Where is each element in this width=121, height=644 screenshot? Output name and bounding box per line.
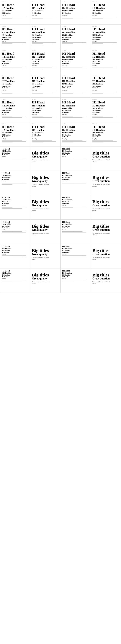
heading-5: H5 Headline (2, 38, 29, 40)
type-card-small: H1 HeadH1 HeadH2 HeadlineH3 HeadlineH4 H… (91, 24, 121, 49)
content-line (2, 183, 12, 183)
type-card-big: Big titlesGreat qualityThe spectacle bef… (30, 195, 60, 220)
content-line (32, 16, 56, 16)
type-card-small-variant: H1 HeadH2 HeadlineH3 HeadlineH4 Headline… (60, 171, 91, 195)
body-text: Body Big (2, 65, 29, 66)
heading-3: H3 Headline (62, 10, 89, 12)
card-label: H1 Head (92, 123, 119, 124)
heading-5: H5 Headline (2, 63, 29, 64)
card-label: H1 Head (32, 74, 59, 76)
heading-5: H5 Headline (92, 112, 119, 114)
big-heading-1: Big titles (92, 273, 113, 277)
content-line (92, 67, 113, 68)
card-label: H1 Head (2, 1, 29, 2)
heading-1: H1 Head (62, 221, 89, 223)
heading-2: H2 Headline (92, 56, 119, 58)
heading-3: H3 Headline (62, 226, 89, 227)
big-heading-2: Great quality (32, 253, 53, 256)
heading-2: H2 Headline (2, 174, 29, 176)
big-heading-1: Big titles (32, 248, 53, 253)
heading-4: H4 Headline (62, 203, 89, 205)
content-line (2, 208, 12, 208)
content-line (62, 232, 86, 232)
heading-1: H1 Head (2, 148, 29, 150)
content-line (2, 94, 12, 94)
heading-2: H2 Headline (32, 56, 59, 58)
card-label: H1 Head (62, 74, 89, 76)
heading-1: H1 Head (32, 125, 59, 128)
type-card-small-variant: H1 HeadH2 HeadlineH3 HeadlineH4 Headline… (60, 146, 91, 170)
heading-2: H2 Headline (2, 56, 29, 58)
heading-4: H4 Headline (92, 12, 119, 14)
content-line (2, 44, 26, 44)
content-line (32, 142, 52, 142)
content-line (92, 69, 103, 69)
heading-3: H3 Headline (32, 58, 59, 61)
body-text: Body Big (2, 254, 29, 255)
big-card-row: H1 HeadH2 HeadlineH3 HeadlineH4 Headline… (0, 268, 121, 293)
big-body-text: The spectacle before us was indeed subli… (92, 281, 113, 285)
heading-2: H2 Headline (62, 174, 89, 176)
heading-1: H1 Head (2, 100, 29, 104)
heading-2: H2 Headline (62, 7, 89, 10)
content-line (32, 68, 43, 68)
type-card-small: H1 HeadH1 HeadH2 HeadlineH3 HeadlineH4 H… (91, 98, 121, 122)
content-line (62, 68, 73, 68)
heading-1: H1 Head (32, 100, 59, 104)
card-label: H1 Head (62, 99, 89, 100)
type-card-big: Big titlesGreat qualityThe spectacle bef… (30, 244, 60, 268)
big-heading-1: Big titles (32, 224, 53, 228)
content-line (2, 68, 12, 68)
big-card-row: H1 HeadH2 HeadlineH3 HeadlineH4 Headline… (0, 146, 121, 171)
content-line (92, 142, 103, 142)
type-card-big: Big titlesGreat questionThe spectacle be… (91, 171, 121, 195)
big-heading-2: Great quality (32, 180, 53, 183)
heading-2: H2 Headline (62, 56, 89, 58)
content-line (32, 18, 56, 18)
content-line (62, 184, 86, 184)
content-line (2, 140, 22, 141)
big-body-text: The spectacle before us was indeed subli… (92, 257, 113, 260)
content-line (2, 116, 22, 116)
heading-2: H2 Headline (32, 7, 59, 10)
type-card-big: Big titlesGreat questionThe spectacle be… (91, 244, 121, 268)
heading-1: H1 Head (2, 3, 29, 7)
heading-5: H5 Headline (32, 87, 59, 89)
content-line (2, 44, 22, 44)
content-line (32, 140, 52, 141)
heading-3: H3 Headline (32, 34, 59, 36)
content-line (2, 232, 26, 232)
content-line (62, 140, 82, 141)
content-line (62, 255, 86, 256)
heading-4: H4 Headline (62, 134, 89, 136)
heading-2: H2 Headline (2, 199, 29, 201)
content-line (2, 158, 26, 158)
type-card-small: H1 HeadH1 HeadH2 HeadlineH3 HeadlineH4 H… (91, 0, 121, 24)
content-line (62, 231, 86, 231)
content-line (32, 91, 56, 92)
body-text: Body Big (92, 114, 119, 115)
type-card-small: H1 HeadH1 HeadH2 HeadlineH3 HeadlineH4 H… (60, 122, 91, 146)
big-heading-1: Big titles (92, 151, 113, 155)
heading-2: H2 Headline (92, 128, 119, 132)
heading-3: H3 Headline (2, 34, 29, 36)
content-line (62, 158, 82, 158)
heading-4: H4 Headline (92, 110, 119, 112)
heading-1: H1 Head (32, 76, 59, 80)
card-label: H1 Head (92, 99, 119, 100)
body-text: Body Big (62, 40, 89, 42)
card-label: H1 Head (92, 1, 119, 2)
type-card-big: Big titlesGreat qualityThe spectacle bef… (30, 146, 60, 170)
content-line (92, 94, 103, 94)
content-line (62, 140, 86, 140)
heading-4: H4 Headline (32, 61, 59, 63)
heading-2: H2 Headline (32, 80, 59, 83)
heading-4: H4 Headline (62, 36, 89, 38)
type-card-small: H1 HeadH1 HeadH2 HeadlineH3 HeadlineH4 H… (91, 49, 121, 73)
type-card-small: H1 HeadH1 HeadH2 HeadlineH3 HeadlineH4 H… (30, 24, 60, 49)
big-heading-2: Great question (92, 277, 113, 280)
card-label: H1 Head (32, 50, 59, 51)
type-card-small-variant: H1 HeadH2 HeadlineH3 HeadlineH4 Headline… (60, 195, 91, 220)
body-text: Body Big (92, 40, 119, 42)
big-heading-1: Big titles (92, 175, 113, 180)
